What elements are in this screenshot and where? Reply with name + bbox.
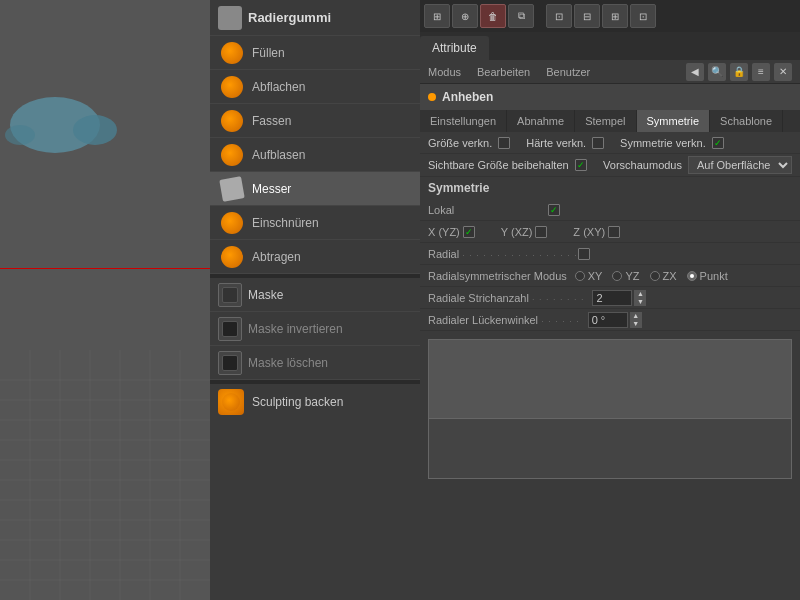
symmetrie-verkn-group: Symmetrie verkn. xyxy=(620,137,724,149)
toolbar-btn-7[interactable]: ⊞ xyxy=(602,4,628,28)
prop-tab-symmetrie[interactable]: Symmetrie xyxy=(637,110,711,132)
sub-menu: Modus Bearbeiten Benutzer ◀ 🔍 🔒 ≡ ✕ xyxy=(420,60,800,84)
section-dot xyxy=(428,93,436,101)
sidebar-item-maske-loschen[interactable]: Maske löschen xyxy=(210,346,420,380)
sichtbare-groesse-checkbox[interactable] xyxy=(575,159,587,171)
lokal-checkbox[interactable] xyxy=(548,204,560,216)
prop-row-sichtbare: Sichtbare Größe beibehalten Vorschaumodu… xyxy=(420,154,800,177)
einschnuren-icon xyxy=(218,209,246,237)
radial-modus-zx[interactable]: ZX xyxy=(650,270,677,282)
abflachen-icon xyxy=(218,73,246,101)
x-yz-item[interactable]: X (YZ) xyxy=(428,226,475,238)
toolbar-btn-6[interactable]: ⊟ xyxy=(574,4,600,28)
radial-modus-xy[interactable]: XY xyxy=(575,270,603,282)
vorschaumodus-select[interactable]: Auf Oberfläche xyxy=(688,156,792,174)
radial-checkbox[interactable] xyxy=(578,248,590,260)
sidebar-item-radiergummi[interactable]: Radiergummi xyxy=(210,0,420,36)
vorschaumodus-label: Vorschaumodus xyxy=(603,159,682,171)
luckenwinkel-up[interactable]: ▲ xyxy=(630,312,642,320)
sub-menu-modus[interactable]: Modus xyxy=(428,66,461,78)
strichanzahl-up[interactable]: ▲ xyxy=(634,290,646,298)
sidebar-item-abtragen[interactable]: Abtragen xyxy=(210,240,420,274)
sub-menu-bearbeiten[interactable]: Bearbeiten xyxy=(477,66,530,78)
prop-row-strichanzahl: Radiale Strichanzahl · · · · · · · · ▲ ▼ xyxy=(420,287,800,309)
y-xz-item[interactable]: Y (XZ) xyxy=(501,226,548,238)
radial-modus-yz[interactable]: YZ xyxy=(612,270,639,282)
nav-back-icon[interactable]: ◀ xyxy=(686,63,704,81)
sidebar-item-abflachen[interactable]: Abflachen xyxy=(210,70,420,104)
radial-modus-label: Radialsymmetrischer Modus xyxy=(428,270,567,282)
yz-radio[interactable] xyxy=(612,271,622,281)
haerte-verkn-label: Härte verkn. xyxy=(526,137,586,149)
sidebar-item-fullen[interactable]: Füllen xyxy=(210,36,420,70)
radial-label: Radial · · · · · · · · · · · · · · · · · xyxy=(428,248,578,260)
haerte-verkn-checkbox[interactable] xyxy=(592,137,604,149)
strichanzahl-down[interactable]: ▼ xyxy=(634,298,646,306)
svg-point-18 xyxy=(73,115,117,145)
toolbar-btn-3[interactable]: 🗑 xyxy=(480,4,506,28)
sidebar-item-messer[interactable]: Messer xyxy=(210,172,420,206)
maske-loschen-icon xyxy=(218,351,242,375)
sidebar-top-label: Radiergummi xyxy=(248,10,331,25)
maske-invertieren-icon xyxy=(218,317,242,341)
sub-menu-right: ◀ 🔍 🔒 ≡ ✕ xyxy=(686,63,792,81)
z-xy-label: Z (XY) xyxy=(573,226,605,238)
sidebar: Radiergummi Füllen Abflachen Fassen Aufb… xyxy=(210,0,420,600)
z-xy-item[interactable]: Z (XY) xyxy=(573,226,620,238)
prop-row-axes: X (YZ) Y (XZ) Z (XY) xyxy=(420,221,800,243)
sidebar-item-maske[interactable]: Maske xyxy=(210,278,420,312)
tab-attribute[interactable]: Attribute xyxy=(420,36,489,60)
y-xz-label: Y (XZ) xyxy=(501,226,533,238)
radiergummi-icon xyxy=(218,6,242,30)
strichanzahl-input[interactable] xyxy=(592,290,632,306)
toolbar-btn-1[interactable]: ⊞ xyxy=(424,4,450,28)
sidebar-item-label: Füllen xyxy=(252,46,285,60)
z-xy-checkbox[interactable] xyxy=(608,226,620,238)
sidebar-item-fassen[interactable]: Fassen xyxy=(210,104,420,138)
x-yz-checkbox[interactable] xyxy=(463,226,475,238)
groesse-verkn-group: Größe verkn. xyxy=(428,137,510,149)
toolbar-btn-5[interactable]: ⊡ xyxy=(546,4,572,28)
lock-icon[interactable]: 🔒 xyxy=(730,63,748,81)
luckenwinkel-down[interactable]: ▼ xyxy=(630,320,642,328)
sub-menu-benutzer[interactable]: Benutzer xyxy=(546,66,590,78)
tabs-bar: Attribute xyxy=(420,32,800,60)
symmetrie-verkn-checkbox[interactable] xyxy=(712,137,724,149)
xy-radio[interactable] xyxy=(575,271,585,281)
section-header-anheben[interactable]: Anheben xyxy=(420,84,800,110)
sidebar-item-label: Aufblasen xyxy=(252,148,305,162)
prop-tab-abnahme[interactable]: Abnahme xyxy=(507,110,575,132)
search-icon[interactable]: 🔍 xyxy=(708,63,726,81)
toolbar-btn-4[interactable]: ⧉ xyxy=(508,4,534,28)
prop-tab-schablone[interactable]: Schablone xyxy=(710,110,783,132)
toolbar-btn-8[interactable]: ⊡ xyxy=(630,4,656,28)
sculpting-backen-label: Sculpting backen xyxy=(252,395,343,409)
sidebar-item-maske-invertieren[interactable]: Maske invertieren xyxy=(210,312,420,346)
right-panel: ⊞ ⊕ 🗑 ⧉ ⊡ ⊟ ⊞ ⊡ Attribute Modus Bearbeit… xyxy=(420,0,800,600)
luckenwinkel-input[interactable] xyxy=(588,312,628,328)
maske-invertieren-label: Maske invertieren xyxy=(248,322,343,336)
zx-radio[interactable] xyxy=(650,271,660,281)
maske-loschen-label: Maske löschen xyxy=(248,356,328,370)
panel-content: Anheben Einstellungen Abnahme Stempel Sy… xyxy=(420,84,800,600)
luckenwinkel-label: Radialer Lückenwinkel · · · · · · xyxy=(428,314,580,326)
punkt-radio[interactable] xyxy=(687,271,697,281)
axes-group: X (YZ) Y (XZ) Z (XY) xyxy=(428,226,620,238)
haerte-verkn-group: Härte verkn. xyxy=(526,137,604,149)
y-xz-checkbox[interactable] xyxy=(535,226,547,238)
prop-tab-einstellungen[interactable]: Einstellungen xyxy=(420,110,507,132)
vorschaumodus-group: Vorschaumodus Auf Oberfläche xyxy=(603,156,792,174)
aufblasen-icon xyxy=(218,141,246,169)
more-icon[interactable]: ≡ xyxy=(752,63,770,81)
close-icon[interactable]: ✕ xyxy=(774,63,792,81)
sidebar-item-aufblasen[interactable]: Aufblasen xyxy=(210,138,420,172)
toolbar-btn-2[interactable]: ⊕ xyxy=(452,4,478,28)
symmetrie-section-title: Symmetrie xyxy=(420,177,800,199)
sidebar-item-label: Abtragen xyxy=(252,250,301,264)
sidebar-item-sculpting-backen[interactable]: Sculpting backen xyxy=(210,384,420,420)
prop-row-radial-modus: Radialsymmetrischer Modus XY YZ ZX Punkt xyxy=(420,265,800,287)
prop-tab-stempel[interactable]: Stempel xyxy=(575,110,636,132)
radial-modus-punkt[interactable]: Punkt xyxy=(687,270,728,282)
sidebar-item-einschnuren[interactable]: Einschnüren xyxy=(210,206,420,240)
groesse-verkn-checkbox[interactable] xyxy=(498,137,510,149)
